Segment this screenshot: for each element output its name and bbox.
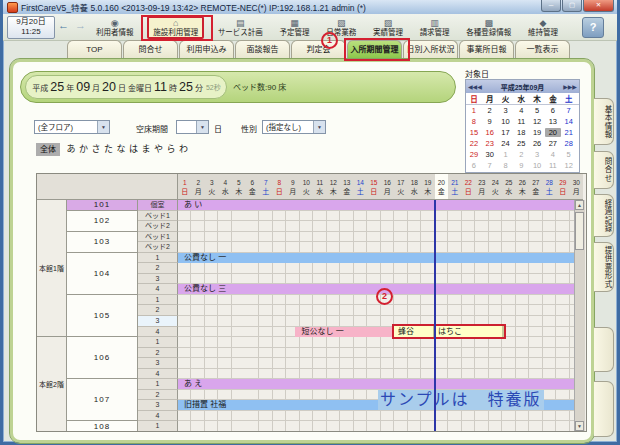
day-column-header[interactable]: 27金 [529,174,543,200]
kana-filter-letter[interactable]: さ [90,143,102,156]
calendar-day[interactable]: 28 [561,139,577,148]
bed-row[interactable] [178,411,583,422]
tab-top[interactable]: TOP [67,40,122,58]
bed-label-cell[interactable]: 1 [138,379,178,390]
kana-filter-letter[interactable]: や [153,143,165,156]
kana-filter-letter[interactable]: ら [165,143,177,156]
day-column-header[interactable]: 16月 [381,174,395,200]
bed-label-cell[interactable]: ベッド2 [138,221,178,232]
help-button[interactable]: ? [582,17,604,38]
calendar-day[interactable]: 20 [545,128,561,137]
day-column-header[interactable]: 6金 [246,174,260,200]
calendar-day[interactable]: 19 [529,128,545,137]
calendar-day[interactable]: 30 [482,150,498,159]
bed-row[interactable] [178,221,583,232]
calendar-day[interactable]: 4 [545,150,561,159]
calendar-day[interactable]: 10 [498,117,514,126]
bed-label-cell[interactable]: 1 [138,421,178,432]
floor-select[interactable]: (全フロア) ▼ [34,120,110,134]
day-column-header[interactable]: 4水 [219,174,233,200]
day-column-header[interactable]: 18水 [408,174,422,200]
bed-label-cell[interactable]: 3 [138,274,178,285]
bed-row[interactable] [178,211,583,222]
bed-row[interactable] [178,358,583,369]
bed-label-cell[interactable]: 1 [138,253,178,264]
calendar-day[interactable]: 21 [561,128,577,137]
calendar-day[interactable]: 25 [513,139,529,148]
room-cell[interactable]: 107 [67,379,138,421]
day-column-header[interactable]: 20金 [435,174,449,200]
toolbar-button-user-info[interactable]: ◉利用者情報 [93,18,137,37]
day-column-header[interactable]: 22日 [462,174,476,200]
maximize-button[interactable]: ▢ [562,0,582,12]
occupancy-bar[interactable]: 公費なし 一 [178,253,583,263]
day-column-header[interactable]: 2月 [192,174,206,200]
bed-label-cell[interactable]: 2 [138,305,178,316]
calendar-day[interactable]: 11 [513,117,529,126]
bed-label-cell[interactable]: 3 [138,316,178,327]
bed-row[interactable] [178,242,583,253]
day-column-header[interactable]: 29日 [556,174,570,200]
room-cell[interactable]: 104 [67,253,138,295]
room-cell[interactable]: 105 [67,295,138,337]
bed-label-cell[interactable]: 4 [138,411,178,422]
calendar-day[interactable]: 1 [498,150,514,159]
forward-arrow-icon[interactable]: → [75,19,86,31]
bed-row[interactable]: 公費なし 一 [178,253,583,264]
bed-label-cell[interactable]: 3 [138,358,178,369]
bed-label-cell[interactable]: 2 [138,390,178,401]
bed-row[interactable] [178,263,583,274]
tab-inquiry[interactable]: 問合せ [123,40,178,58]
side-tab-basic-info[interactable]: 基本情報 [594,98,614,145]
vertical-scrollbar[interactable]: ▲ ▼ [574,200,585,431]
tab-list-view[interactable]: 一覧表示 [515,40,570,58]
kana-filter-letter[interactable]: か [78,143,90,156]
day-column-header[interactable]: 19木 [421,174,435,200]
resident-name-editor[interactable]: 蜂谷 はちこ [392,324,506,339]
calendar-day[interactable]: 18 [513,128,529,137]
day-column-header[interactable]: 15日 [367,174,381,200]
calendar-day[interactable]: 26 [529,139,545,148]
occupancy-bar[interactable]: あ え [178,379,583,389]
calendar-day[interactable]: 14 [561,117,577,126]
calendar-day[interactable]: 6 [545,106,561,115]
room-cell[interactable]: 106 [67,337,138,379]
calendar-prev-icon[interactable]: ◀◀◀ [468,83,482,90]
bed-label-cell[interactable]: 2 [138,263,178,274]
day-column-header[interactable]: 25水 [502,174,516,200]
kana-filter-letter[interactable]: な [115,143,127,156]
side-tab-blank-1[interactable] [594,327,614,372]
calendar-day[interactable]: 23 [482,139,498,148]
calendar-day[interactable]: 15 [466,128,482,137]
bed-label-cell[interactable]: 3 [138,400,178,411]
bed-row[interactable] [178,232,583,243]
calendar-day[interactable]: 1 [466,106,482,115]
toolbar-button-maintenance[interactable]: ◆維持管理 [525,18,561,37]
day-column-header[interactable]: 3火 [205,174,219,200]
calendar-day[interactable]: 29 [466,150,482,159]
toolbar-button-schedule-management[interactable]: ▦予定管理 [277,18,313,37]
day-column-header[interactable]: 1日 [178,174,192,200]
room-cell[interactable]: 102 [67,211,138,232]
day-column-header[interactable]: 28土 [543,174,557,200]
tab-use-application[interactable]: 利用申込み [179,40,234,58]
day-column-header[interactable]: 11水 [313,174,327,200]
toolbar-button-results-management[interactable]: ▨実績管理 [370,18,406,37]
calendar-day[interactable]: 5 [529,106,545,115]
surname-field[interactable]: 蜂谷 [394,326,434,337]
day-column-header[interactable]: 14土 [354,174,368,200]
side-tab-inquiry[interactable]: 問合せ [594,151,614,189]
kana-filter-letter[interactable]: あ [65,143,77,156]
calendar-day[interactable]: 9 [482,117,498,126]
calendar-day[interactable]: 13 [545,117,561,126]
day-column-header[interactable]: 24火 [489,174,503,200]
bed-label-cell[interactable]: ベッド1 [138,232,178,243]
calendar-next-icon[interactable]: ▶▶▶ [563,83,577,90]
bed-row[interactable] [178,337,583,348]
tab-interview-report[interactable]: 面談報告 [235,40,290,58]
toolbar-button-service-plan[interactable]: ▤サービス計画 [215,18,266,37]
day-column-header[interactable]: 9月 [286,174,300,200]
vacancy-period-select[interactable]: ▼ [176,120,209,134]
side-tab-progress-record[interactable]: 経過記録 [594,194,614,237]
bed-label-cell[interactable]: 4 [138,369,178,380]
